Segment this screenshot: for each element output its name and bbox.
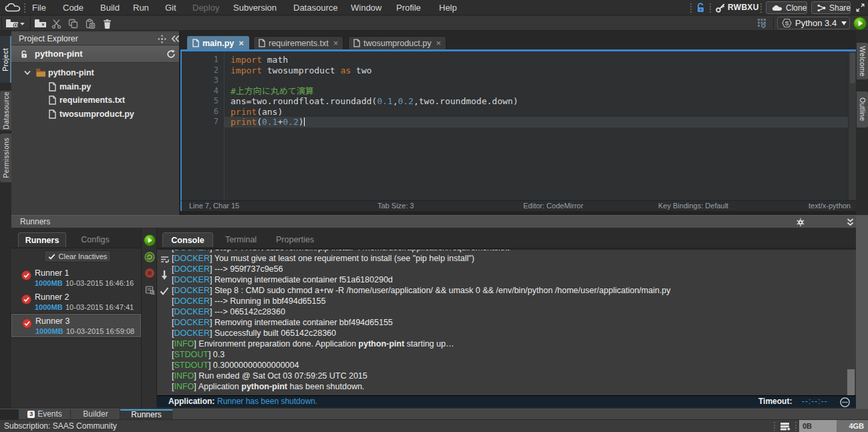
log-line: DOCKER Removing intermediate container b…: [172, 317, 848, 328]
menu-git[interactable]: Git: [165, 0, 176, 15]
project-row[interactable]: python-pint: [11, 45, 179, 63]
editor-scrollbar-thumb[interactable]: [850, 53, 855, 83]
import-project-icon[interactable]: [34, 17, 47, 29]
log-text-bold: python-pint: [241, 382, 287, 391]
clone-button[interactable]: Clone: [766, 1, 807, 14]
close-icon[interactable]: ×: [239, 40, 244, 47]
rail-tab-project[interactable]: Project: [0, 36, 11, 83]
runner-item-3-selected[interactable]: Runner 3 1000MB 10-03-2015 16:59:08: [11, 314, 141, 337]
editor-tab-twosumproduct-py[interactable]: twosumproduct.py ×: [348, 36, 446, 49]
tree-folder-python-pint[interactable]: python-pint: [11, 66, 179, 80]
runner-item-2[interactable]: Runner 2 1000MB 10-03-2015 16:47:41: [11, 290, 141, 314]
link-with-editor-icon[interactable]: [158, 35, 166, 43]
wrap-lines-icon[interactable]: [159, 254, 170, 265]
key-bindings[interactable]: Key Bindings: Default: [658, 201, 728, 211]
chevron-down-icon[interactable]: [24, 70, 31, 75]
code-segment: import: [231, 55, 262, 65]
rail-tab-welcome[interactable]: Welcome: [857, 43, 868, 79]
code-line: 3: [182, 75, 848, 86]
runner-toolbar: [141, 228, 157, 409]
code-editor[interactable]: 1import math 2import twosumproduct as tw…: [180, 51, 848, 200]
refresh-icon[interactable]: [166, 49, 176, 59]
paste-icon[interactable]: [86, 17, 96, 29]
close-icon[interactable]: ×: [436, 40, 441, 47]
tab-console[interactable]: Console: [162, 232, 213, 247]
rail-tab-label: Welcome: [859, 46, 867, 77]
gear-icon[interactable]: [796, 218, 805, 227]
environment-selector[interactable]: S Python 3.4: [777, 17, 850, 29]
menu-profile[interactable]: Profile: [396, 0, 421, 15]
console-log[interactable]: DOCKER Step 7 : RUN sudo /env/bin/pip in…: [172, 250, 848, 395]
copy-icon[interactable]: [68, 17, 78, 29]
rail-tab-outline[interactable]: Outline: [857, 91, 868, 128]
rail-tab-permissions[interactable]: Permissions: [0, 134, 11, 182]
clear-inactives-button[interactable]: Clear Inactives: [44, 250, 111, 262]
console-output[interactable]: DOCKER Step 7 : RUN sudo /env/bin/pip in…: [157, 248, 856, 395]
collapse-panel-icon[interactable]: [171, 35, 180, 43]
tree-file-requirements-txt[interactable]: requirements.txt: [11, 93, 179, 107]
tab-builder[interactable]: Builder: [71, 409, 120, 420]
editor-scrollbar[interactable]: [848, 51, 856, 200]
menu-code[interactable]: Code: [63, 0, 84, 15]
runner-started-timestamp: 10-03-2015 16:46:16: [65, 279, 134, 287]
editor-name[interactable]: Editor: CodeMirror: [523, 201, 583, 211]
editor-tab-requirements-txt[interactable]: requirements.txt ×: [253, 36, 343, 49]
run-button[interactable]: [853, 17, 867, 30]
shift-keys-icon[interactable]: [756, 17, 768, 29]
tab-runners-bottom[interactable]: Runners: [120, 409, 172, 420]
menu-subversion[interactable]: Subversion: [233, 0, 277, 15]
tab-properties[interactable]: Properties: [271, 232, 319, 247]
app-logo-cloud-icon[interactable]: [5, 3, 21, 13]
code-text: import math: [231, 55, 288, 65]
tab-runners[interactable]: Runners: [18, 232, 66, 247]
lock-icon[interactable]: [696, 3, 706, 13]
share-button[interactable]: Share: [811, 1, 851, 14]
clear-inactives-label: Clear Inactives: [59, 252, 108, 260]
code-line: 6print(ans): [182, 107, 848, 118]
menu-file[interactable]: File: [32, 0, 46, 15]
minimize-panel-icon[interactable]: [847, 218, 854, 226]
rerun-button[interactable]: [144, 251, 156, 263]
delete-icon[interactable]: [103, 17, 112, 29]
scroll-to-bottom-icon[interactable]: [159, 270, 170, 280]
stop-runner-button[interactable]: [144, 267, 156, 279]
runner-item-1[interactable]: Runner 1 1000MB 10-03-2015 16:46:16: [11, 266, 141, 290]
menu-run[interactable]: Run: [133, 0, 149, 15]
runners-panel-header[interactable]: Runners: [11, 215, 856, 228]
memory-meter[interactable]: 0B 4GB: [799, 420, 868, 432]
menu-datasource[interactable]: Datasource: [293, 0, 337, 15]
run-runner-button[interactable]: [144, 234, 156, 246]
tab-terminal[interactable]: Terminal: [219, 232, 263, 247]
environment-selector-label: Python 3.4: [795, 18, 837, 28]
application-status-message[interactable]: Runner has been shutdown.: [217, 396, 317, 407]
editor-tab-main-py[interactable]: main.py ×: [187, 36, 249, 49]
line-number: 7: [182, 117, 219, 128]
tree-file-main-py[interactable]: main.py: [11, 80, 179, 94]
tab-label: Events: [37, 409, 62, 419]
close-icon[interactable]: ×: [333, 40, 339, 47]
tab-events[interactable]: 3Events: [19, 409, 71, 420]
more-options-icon[interactable]: [840, 397, 850, 407]
tab-size[interactable]: Tab Size: 3: [378, 201, 414, 211]
memory-icon[interactable]: [780, 422, 791, 431]
console-scrollbar-thumb[interactable]: [847, 369, 855, 399]
folder-icon: [35, 68, 46, 77]
cut-icon[interactable]: [51, 17, 61, 29]
log-text-bold: python-pint: [358, 339, 404, 349]
menu-build[interactable]: Build: [100, 0, 120, 15]
menu-window[interactable]: Window: [351, 0, 382, 15]
check-icon[interactable]: [159, 286, 170, 296]
editor-statusbar: Line 7, Char 15 Tab Size: 3 Editor: Code…: [180, 200, 856, 211]
new-project-button[interactable]: [5, 17, 25, 29]
menu-deploy[interactable]: Deploy: [192, 0, 219, 15]
rail-tab-datasource[interactable]: Datasource: [0, 91, 11, 130]
log-text: Run ended @ Sat Oct 03 07:59:25 UTC 2015: [198, 371, 367, 381]
code-text: print(0.1+0.2): [231, 117, 305, 128]
fullscreen-icon[interactable]: [855, 3, 865, 13]
tree-file-twosumproduct-py[interactable]: twosumproduct.py: [11, 107, 179, 122]
view-logs-icon[interactable]: [144, 284, 156, 296]
menu-help[interactable]: Help: [439, 0, 457, 15]
left-rail-lower: [0, 215, 11, 409]
tab-configs[interactable]: Configs: [70, 232, 120, 247]
memory-total: 4GB: [837, 420, 868, 432]
